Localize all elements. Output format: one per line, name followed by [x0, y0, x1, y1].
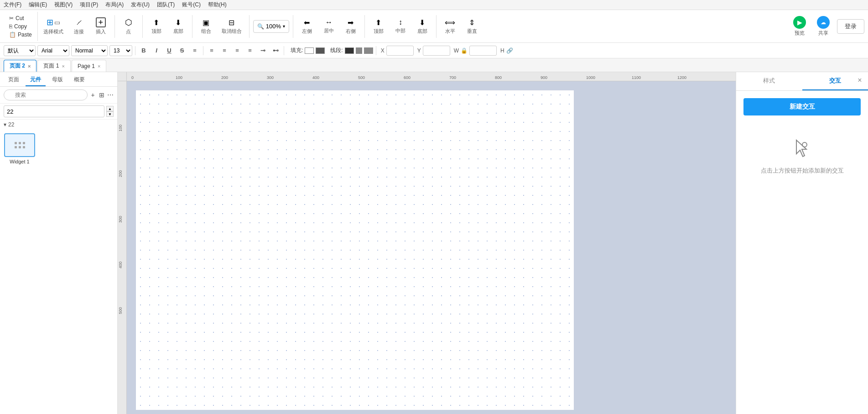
justify-button[interactable]: ≡ [244, 45, 255, 56]
close-panel-button[interactable]: × [855, 76, 864, 85]
more-options-button[interactable]: ⋯ [107, 89, 114, 100]
group-button[interactable]: ▣ 组合 [196, 16, 216, 37]
strikethrough-button[interactable]: S [177, 45, 187, 56]
point-button[interactable]: ⬡ 点 [119, 16, 139, 37]
fill-color-dark[interactable] [316, 47, 325, 54]
category-expand-icon[interactable]: ▾ [4, 121, 6, 128]
zoom-control[interactable]: 🔍 100% ▾ [253, 20, 289, 33]
tab-page-en[interactable]: Page 1 × [72, 60, 106, 72]
number-down-button[interactable]: ▼ [106, 111, 114, 117]
number-input[interactable] [4, 105, 104, 117]
right-tab-style[interactable]: 样式 [736, 72, 802, 90]
top-button[interactable]: ⬆ 顶部 [146, 16, 166, 37]
bottom-label: 底部 [173, 28, 183, 35]
number-input-row: ▲ ▼ [0, 104, 117, 120]
select-mode-label: 选择模式 [43, 28, 63, 35]
search-input[interactable] [4, 89, 88, 100]
share-button[interactable]: ☁ 共享 [813, 14, 833, 38]
number-arrows: ▲ ▼ [106, 106, 114, 117]
preview-button[interactable]: ▶ 预览 [790, 14, 810, 38]
format-sep4 [376, 46, 376, 55]
line-size[interactable] [356, 47, 362, 54]
align-top-button[interactable]: ⬆ 顶部 [369, 16, 389, 37]
ruler-vtick-200: 200 [118, 170, 123, 177]
h-label: H [500, 47, 504, 54]
bottom-button[interactable]: ⬇ 底部 [168, 16, 188, 37]
font-size-dropdown[interactable]: 13 [109, 45, 132, 56]
cut-icon: ✂ [9, 15, 14, 21]
align-left-text-button[interactable]: ≡ [206, 45, 217, 56]
italic-button[interactable]: I [151, 45, 162, 56]
number-up-button[interactable]: ▲ [106, 106, 114, 111]
align-right-button[interactable]: ➡ 右侧 [341, 16, 361, 37]
ruler-vertical: 100 200 300 400 500 [118, 81, 127, 414]
align-center-text-button[interactable]: ≡ [219, 45, 230, 56]
align-middle-icon: ↕ [399, 18, 402, 26]
distribute-h-button[interactable]: ⟺ 水平 [440, 16, 460, 37]
cut-button[interactable]: ✂ Cut [7, 15, 34, 22]
ruler-tick-800: 800 [495, 75, 502, 80]
connect-button[interactable]: ⟋ 连接 [69, 16, 89, 37]
underline-button[interactable]: U [164, 45, 175, 56]
tab-page2[interactable]: 页面 2 × [4, 60, 36, 72]
align-top-label: 顶部 [374, 28, 384, 35]
ungroup-button[interactable]: ⊟ 取消组合 [218, 16, 245, 37]
style-type-dropdown[interactable]: Normal [71, 45, 108, 56]
ruler-h-inner: 0 100 200 300 400 500 600 700 800 900 10… [127, 72, 736, 81]
menu-account[interactable]: 账号(C) [182, 1, 201, 9]
category-label: 22 [8, 121, 14, 128]
fill-color-white[interactable] [305, 47, 314, 54]
list-button[interactable]: ≡ [189, 45, 200, 56]
tab-page-en-close[interactable]: × [98, 63, 100, 69]
indent-button[interactable]: ⊸ [257, 45, 268, 56]
menu-publish[interactable]: 发布(U) [131, 1, 150, 9]
canvas-content[interactable] [127, 81, 736, 414]
widget-item[interactable]: Widget 1 [4, 133, 36, 164]
ruler-tick-400: 400 [312, 75, 319, 80]
menu-project[interactable]: 项目(P) [80, 1, 98, 9]
insert-button[interactable]: + 插入 [91, 16, 111, 37]
menu-file[interactable]: 文件(F) [4, 1, 21, 9]
align-right-text-button[interactable]: ≡ [232, 45, 243, 56]
select-mode-button[interactable]: ⊞ ▭ 选择模式 [40, 16, 67, 37]
align-bottom-button[interactable]: ⬇ 底部 [412, 16, 432, 37]
paste-button[interactable]: 📋 Paste [7, 31, 34, 38]
bold-button[interactable]: B [138, 45, 149, 56]
distribute-v-button[interactable]: ⇕ 垂直 [462, 16, 482, 37]
widget-dot [23, 146, 25, 148]
bottom-icon: ⬇ [175, 18, 181, 27]
search-container: 🔍 [4, 89, 88, 100]
outdent-button[interactable]: ⊷ [270, 45, 281, 56]
login-button[interactable]: 登录 [837, 19, 864, 34]
y-input[interactable] [423, 46, 450, 56]
grid-view-button[interactable]: ⊞ [98, 89, 105, 100]
menu-layout[interactable]: 布局(A) [105, 1, 124, 9]
w-input[interactable] [469, 46, 497, 56]
copy-button[interactable]: ⎘ Copy [7, 23, 34, 30]
x-input[interactable] [386, 46, 414, 56]
new-interaction-button[interactable]: 新建交互 [743, 98, 861, 115]
align-center-button[interactable]: ↔ 居中 [319, 16, 339, 36]
menu-team[interactable]: 团队(T) [157, 1, 175, 9]
align-middle-button[interactable]: ↕ 中部 [390, 16, 411, 36]
line-style[interactable] [364, 47, 373, 54]
font-dropdown[interactable]: Arial [37, 45, 69, 56]
tab-page1[interactable]: 页面 1 × [37, 60, 70, 72]
canvas-area[interactable]: 0 100 200 300 400 500 600 700 800 900 10… [118, 72, 736, 414]
add-widget-button[interactable]: + [89, 89, 96, 100]
tab-page1-close[interactable]: × [62, 63, 64, 69]
left-tab-masters[interactable]: 母版 [47, 74, 68, 86]
separator4 [249, 15, 249, 38]
left-panel-tabs: 页面 元件 母版 概要 [0, 72, 117, 87]
menu-edit[interactable]: 编辑(E) [29, 1, 47, 9]
menu-help[interactable]: 帮助(H) [208, 1, 227, 9]
menu-view[interactable]: 视图(V) [54, 1, 73, 9]
line-color-dark[interactable] [345, 47, 354, 54]
left-tab-pages[interactable]: 页面 [4, 74, 24, 86]
canvas-page[interactable] [136, 90, 574, 410]
align-left-button[interactable]: ⬅ 左侧 [297, 16, 317, 37]
left-tab-widgets[interactable]: 元件 [26, 74, 46, 86]
left-tab-outline[interactable]: 概要 [69, 74, 89, 86]
style-dropdown[interactable]: 默认 [4, 45, 36, 56]
tab-page2-close[interactable]: × [28, 63, 31, 69]
